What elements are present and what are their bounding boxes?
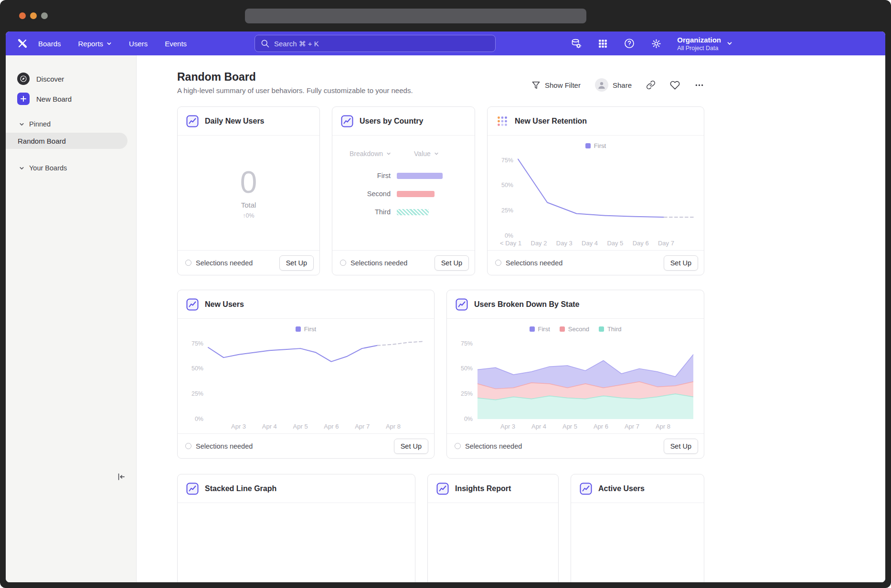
settings-gear-icon[interactable] (650, 38, 662, 49)
nav-right: Organization All Project Data (570, 35, 732, 52)
legend-chip-icon (585, 143, 591, 148)
card-header: Active Users (571, 474, 704, 503)
y-axis-label: 25% (191, 390, 203, 397)
app-body: Discover New Board Pinned Random Board (6, 55, 885, 582)
search-icon (260, 39, 270, 48)
page-subtitle: A high-level summary of user behaviors. … (177, 86, 413, 94)
card-title: Daily New Users (205, 117, 265, 126)
org-project: All Project Data (677, 44, 721, 52)
show-filter-label: Show Filter (545, 81, 581, 89)
insights-chart-icon (341, 115, 353, 127)
nav-item-label: Boards (38, 40, 61, 48)
x-axis-label: Apr 7 (625, 423, 639, 430)
retention-line-chart (518, 155, 693, 236)
sidebar-item-new-board[interactable]: New Board (6, 89, 136, 109)
link-icon (646, 80, 656, 90)
selections-needed-status: Selections needed (495, 259, 562, 267)
board-toolbar: Show Filter Share (531, 78, 704, 92)
card-users-by-country: Users by Country Breakdown Value (332, 106, 475, 275)
chart-body: First 75%50%25%0% < Day 1Day 2Day 3Day 4… (488, 136, 704, 250)
legend-chip-icon (296, 326, 301, 332)
card-title: Users Broken Down By State (474, 300, 580, 309)
chevron-down-icon (106, 41, 112, 46)
chevron-down-icon (19, 122, 24, 127)
x-axis-label: < Day 1 (500, 240, 521, 247)
share-button[interactable]: Share (595, 78, 632, 92)
org-switcher[interactable]: Organization All Project Data (677, 35, 732, 52)
legend-label: Second (568, 326, 589, 333)
metric-delta: ↑0% (243, 212, 254, 219)
insights-chart-icon (456, 298, 468, 311)
x-axis-label: Apr 4 (531, 423, 546, 430)
card-header: Insights Report (428, 474, 558, 503)
legend-item: First (585, 142, 606, 149)
set-up-button[interactable]: Set Up (435, 255, 469, 271)
set-up-button[interactable]: Set Up (664, 439, 698, 454)
card-footer: Selections needed Set Up (178, 250, 319, 275)
y-axis-label: 75% (501, 157, 513, 164)
insights-chart-icon (436, 483, 449, 495)
legend-item: First (530, 326, 550, 333)
sidebar-section-pinned[interactable]: Pinned (6, 116, 136, 133)
nav-item-boards[interactable]: Boards (38, 40, 61, 48)
card-header: New Users (178, 290, 434, 319)
x-axis-label: Apr 8 (656, 423, 670, 430)
org-name: Organization (677, 35, 721, 44)
traffic-lights (19, 12, 48, 19)
card-title: Active Users (598, 484, 645, 493)
nav-links: Boards Reports Users Events (38, 40, 187, 48)
set-up-button[interactable]: Set Up (664, 255, 698, 271)
breakdown-dropdown[interactable]: Breakdown (350, 150, 391, 158)
bar (397, 173, 443, 179)
nav-item-events[interactable]: Events (165, 40, 187, 48)
org-text: Organization All Project Data (677, 35, 721, 52)
legend-label: First (304, 326, 316, 333)
close-button[interactable] (19, 12, 26, 19)
status-label: Selections needed (196, 259, 253, 267)
search-input[interactable] (255, 35, 496, 52)
legend-chip-icon (560, 326, 565, 332)
sidebar-item-label: New Board (36, 95, 72, 103)
sidebar-section-your-boards[interactable]: Your Boards (6, 159, 136, 177)
legend-item: First (296, 326, 316, 333)
minimize-button[interactable] (30, 12, 37, 19)
card-new-users: New Users First 75%50%25%0% Apr 3Apr 4Ap… (177, 290, 435, 459)
sidebar-item-discover[interactable]: Discover (6, 69, 136, 89)
metric-label: Total (241, 201, 256, 209)
card-new-user-retention: New User Retention First 75%50%25%0% < D… (487, 106, 704, 275)
x-axis-label: Day 3 (556, 240, 573, 247)
y-axis-label: 75% (191, 340, 203, 347)
mixpanel-logo-icon[interactable] (16, 37, 29, 50)
top-navbar: Boards Reports Users Events (6, 32, 885, 55)
zoom-button[interactable] (41, 12, 48, 19)
collapse-sidebar-icon[interactable] (114, 470, 128, 484)
set-up-button[interactable]: Set Up (394, 439, 428, 454)
sidebar-item-random-board[interactable]: Random Board (6, 133, 127, 149)
filter-funnel-icon (531, 81, 541, 90)
value-dropdown[interactable]: Value (414, 150, 439, 158)
favorite-button[interactable] (670, 80, 680, 90)
bar-rows: FirstSecondThird (332, 172, 475, 216)
data-management-icon[interactable] (570, 38, 582, 49)
status-circle-icon (495, 260, 501, 266)
apps-grid-icon[interactable] (597, 38, 608, 49)
address-bar[interactable] (245, 9, 586, 23)
nav-item-users[interactable]: Users (129, 40, 148, 48)
legend-label: First (594, 142, 606, 149)
share-label: Share (613, 81, 632, 89)
card-footer: Selections needed Set Up (178, 433, 434, 458)
card-title: Stacked Line Graph (205, 484, 276, 493)
x-axis-label: Apr 5 (562, 423, 577, 430)
copy-link-button[interactable] (646, 80, 656, 90)
y-axis: 75%50%25%0% (188, 338, 208, 419)
nav-item-reports[interactable]: Reports (78, 40, 112, 48)
y-axis-label: 50% (501, 182, 513, 189)
help-icon[interactable] (624, 38, 635, 49)
show-filter-button[interactable]: Show Filter (531, 81, 581, 90)
status-label: Selections needed (465, 442, 522, 450)
more-options-button[interactable] (694, 80, 704, 90)
set-up-button[interactable]: Set Up (279, 255, 314, 271)
x-axis-label: Apr 3 (500, 423, 515, 430)
ellipsis-icon (694, 80, 704, 90)
y-axis-label: 25% (501, 207, 513, 214)
